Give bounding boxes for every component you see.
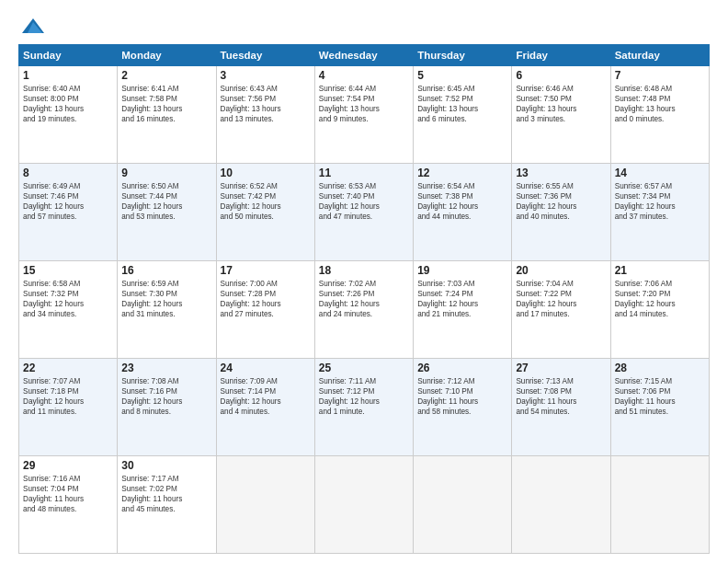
day-header-monday: Monday: [118, 45, 216, 66]
day-number: 17: [221, 264, 311, 277]
day-number: 21: [615, 264, 705, 277]
calendar-week-row: 1Sunrise: 6:40 AMSunset: 8:00 PMDaylight…: [19, 66, 710, 164]
calendar-cell: 19Sunrise: 7:03 AMSunset: 7:24 PMDayligh…: [414, 261, 512, 359]
day-number: 18: [319, 264, 409, 277]
day-number: 2: [121, 69, 211, 82]
day-number: 8: [23, 167, 113, 179]
cell-content: Sunrise: 6:54 AMSunset: 7:38 PMDaylight:…: [417, 181, 507, 222]
day-header-saturday: Saturday: [610, 45, 709, 66]
day-number: 13: [516, 167, 606, 179]
day-number: 20: [516, 264, 606, 277]
day-header-thursday: Thursday: [414, 45, 512, 66]
calendar-cell: 28Sunrise: 7:15 AMSunset: 7:06 PMDayligh…: [610, 359, 709, 456]
cell-content: Sunrise: 7:09 AMSunset: 7:14 PMDaylight:…: [221, 376, 311, 417]
calendar-cell: 2Sunrise: 6:41 AMSunset: 7:58 PMDaylight…: [118, 66, 216, 164]
cell-content: Sunrise: 7:08 AMSunset: 7:16 PMDaylight:…: [121, 376, 211, 417]
calendar-cell: 30Sunrise: 7:17 AMSunset: 7:02 PMDayligh…: [118, 456, 216, 554]
calendar-cell: 13Sunrise: 6:55 AMSunset: 7:36 PMDayligh…: [512, 164, 610, 261]
day-number: 1: [23, 69, 113, 82]
day-number: 15: [23, 264, 113, 277]
calendar-week-row: 8Sunrise: 6:49 AMSunset: 7:46 PMDaylight…: [19, 164, 710, 261]
calendar-cell: 10Sunrise: 6:52 AMSunset: 7:42 PMDayligh…: [216, 164, 314, 261]
day-number: 26: [417, 362, 507, 374]
day-number: 10: [221, 167, 311, 179]
calendar-week-row: 22Sunrise: 7:07 AMSunset: 7:18 PMDayligh…: [19, 359, 710, 456]
day-number: 30: [121, 459, 211, 472]
cell-content: Sunrise: 6:46 AMSunset: 7:50 PMDaylight:…: [516, 84, 606, 124]
cell-content: Sunrise: 6:55 AMSunset: 7:36 PMDaylight:…: [516, 181, 606, 222]
calendar-cell: 26Sunrise: 7:12 AMSunset: 7:10 PMDayligh…: [414, 359, 512, 456]
calendar-cell: 1Sunrise: 6:40 AMSunset: 8:00 PMDaylight…: [19, 66, 118, 164]
cell-content: Sunrise: 6:45 AMSunset: 7:52 PMDaylight:…: [417, 84, 507, 124]
calendar-cell: 27Sunrise: 7:13 AMSunset: 7:08 PMDayligh…: [512, 359, 610, 456]
calendar-cell: 9Sunrise: 6:50 AMSunset: 7:44 PMDaylight…: [118, 164, 216, 261]
calendar-cell: 21Sunrise: 7:06 AMSunset: 7:20 PMDayligh…: [610, 261, 709, 359]
calendar-week-row: 29Sunrise: 7:16 AMSunset: 7:04 PMDayligh…: [19, 456, 710, 554]
cell-content: Sunrise: 7:11 AMSunset: 7:12 PMDaylight:…: [319, 376, 409, 417]
calendar-header-row: SundayMondayTuesdayWednesdayThursdayFrid…: [19, 45, 710, 66]
cell-content: Sunrise: 7:07 AMSunset: 7:18 PMDaylight:…: [23, 376, 113, 417]
day-number: 7: [615, 69, 705, 82]
page: SundayMondayTuesdayWednesdayThursdayFrid…: [0, 0, 728, 563]
day-number: 9: [121, 167, 211, 179]
calendar-cell: [512, 456, 610, 554]
calendar-cell: [216, 456, 314, 554]
day-number: 22: [23, 362, 113, 374]
calendar-cell: 17Sunrise: 7:00 AMSunset: 7:28 PMDayligh…: [216, 261, 314, 359]
day-number: 23: [121, 362, 211, 374]
calendar-cell: 29Sunrise: 7:16 AMSunset: 7:04 PMDayligh…: [19, 456, 118, 554]
cell-content: Sunrise: 6:41 AMSunset: 7:58 PMDaylight:…: [121, 84, 211, 124]
day-number: 19: [417, 264, 507, 277]
cell-content: Sunrise: 6:44 AMSunset: 7:54 PMDaylight:…: [319, 84, 409, 124]
calendar-table: SundayMondayTuesdayWednesdayThursdayFrid…: [18, 44, 710, 554]
day-number: 29: [23, 459, 113, 472]
calendar-cell: 23Sunrise: 7:08 AMSunset: 7:16 PMDayligh…: [118, 359, 216, 456]
logo: [18, 17, 46, 35]
cell-content: Sunrise: 6:50 AMSunset: 7:44 PMDaylight:…: [121, 181, 211, 222]
header: [18, 17, 710, 35]
cell-content: Sunrise: 7:12 AMSunset: 7:10 PMDaylight:…: [417, 376, 507, 417]
day-header-wednesday: Wednesday: [314, 45, 413, 66]
day-number: 16: [121, 264, 211, 277]
cell-content: Sunrise: 7:03 AMSunset: 7:24 PMDaylight:…: [417, 279, 507, 319]
day-header-friday: Friday: [512, 45, 610, 66]
day-number: 24: [221, 362, 311, 374]
cell-content: Sunrise: 6:43 AMSunset: 7:56 PMDaylight:…: [221, 84, 311, 124]
cell-content: Sunrise: 6:49 AMSunset: 7:46 PMDaylight:…: [23, 181, 113, 222]
cell-content: Sunrise: 6:52 AMSunset: 7:42 PMDaylight:…: [221, 181, 311, 222]
calendar-cell: 11Sunrise: 6:53 AMSunset: 7:40 PMDayligh…: [314, 164, 413, 261]
cell-content: Sunrise: 6:59 AMSunset: 7:30 PMDaylight:…: [121, 279, 211, 319]
calendar-cell: 24Sunrise: 7:09 AMSunset: 7:14 PMDayligh…: [216, 359, 314, 456]
calendar-week-row: 15Sunrise: 6:58 AMSunset: 7:32 PMDayligh…: [19, 261, 710, 359]
cell-content: Sunrise: 7:06 AMSunset: 7:20 PMDaylight:…: [615, 279, 705, 319]
calendar-cell: 8Sunrise: 6:49 AMSunset: 7:46 PMDaylight…: [19, 164, 118, 261]
day-number: 5: [417, 69, 507, 82]
day-number: 12: [417, 167, 507, 179]
calendar-cell: 25Sunrise: 7:11 AMSunset: 7:12 PMDayligh…: [314, 359, 413, 456]
calendar-cell: 15Sunrise: 6:58 AMSunset: 7:32 PMDayligh…: [19, 261, 118, 359]
cell-content: Sunrise: 7:02 AMSunset: 7:26 PMDaylight:…: [319, 279, 409, 319]
calendar-cell: 18Sunrise: 7:02 AMSunset: 7:26 PMDayligh…: [314, 261, 413, 359]
calendar-cell: [610, 456, 709, 554]
day-number: 28: [615, 362, 705, 374]
day-header-sunday: Sunday: [19, 45, 118, 66]
day-number: 3: [221, 69, 311, 82]
calendar-cell: 14Sunrise: 6:57 AMSunset: 7:34 PMDayligh…: [610, 164, 709, 261]
calendar-cell: 5Sunrise: 6:45 AMSunset: 7:52 PMDaylight…: [414, 66, 512, 164]
calendar-cell: 22Sunrise: 7:07 AMSunset: 7:18 PMDayligh…: [19, 359, 118, 456]
day-number: 25: [319, 362, 409, 374]
calendar-cell: 12Sunrise: 6:54 AMSunset: 7:38 PMDayligh…: [414, 164, 512, 261]
cell-content: Sunrise: 6:48 AMSunset: 7:48 PMDaylight:…: [615, 84, 705, 124]
day-number: 6: [516, 69, 606, 82]
calendar-cell: 7Sunrise: 6:48 AMSunset: 7:48 PMDaylight…: [610, 66, 709, 164]
day-number: 11: [319, 167, 409, 179]
cell-content: Sunrise: 7:17 AMSunset: 7:02 PMDaylight:…: [121, 474, 211, 514]
cell-content: Sunrise: 6:58 AMSunset: 7:32 PMDaylight:…: [23, 279, 113, 319]
day-header-tuesday: Tuesday: [216, 45, 314, 66]
calendar-cell: 6Sunrise: 6:46 AMSunset: 7:50 PMDaylight…: [512, 66, 610, 164]
calendar-cell: [314, 456, 413, 554]
calendar-cell: 4Sunrise: 6:44 AMSunset: 7:54 PMDaylight…: [314, 66, 413, 164]
day-number: 14: [615, 167, 705, 179]
day-number: 27: [516, 362, 606, 374]
day-number: 4: [319, 69, 409, 82]
